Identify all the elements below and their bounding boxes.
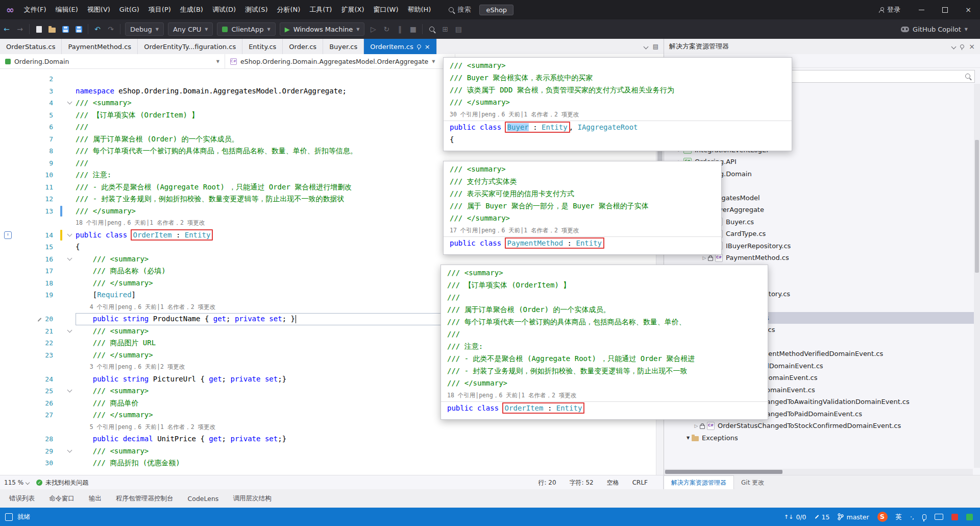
fold-chevron-icon[interactable] — [67, 447, 72, 452]
breadcrumb-symbol-dropdown[interactable]: C# eShop.Ordering.Domain.AggregatesModel… — [225, 54, 455, 68]
tree-item-exceptions[interactable]: ▼Exceptions — [664, 432, 974, 444]
start-without-debugging-icon[interactable]: ▷ — [366, 22, 380, 36]
menu-item-v[interactable]: 视图(V) — [83, 3, 115, 17]
keyboard-icon[interactable] — [935, 514, 943, 520]
window-menu-icon[interactable] — [951, 44, 957, 49]
tab-entity-cs[interactable]: Entity.cs — [242, 39, 283, 54]
menu-item-s[interactable]: 测试(S) — [240, 3, 272, 17]
save-all-icon[interactable] — [72, 22, 85, 36]
bottom-tab--[interactable]: 程序包管理器控制台 — [110, 492, 180, 506]
tool-tab-git-[interactable]: Git 更改 — [734, 475, 771, 490]
microphone-icon[interactable] — [922, 514, 926, 520]
tab-paymentmethod-cs[interactable]: PaymentMethod.cs — [62, 39, 138, 54]
line-ending-indicator[interactable]: CRLF — [632, 479, 648, 486]
bottom-tab--[interactable]: 命令窗口 — [43, 492, 81, 506]
bottom-tab--[interactable]: 输出 — [83, 492, 108, 506]
git-branch-indicator[interactable]: master — [838, 513, 869, 521]
codelens-row[interactable]: 5 个引用|peng，6 天前|1 名作者，2 项更改 — [0, 421, 664, 434]
break-all-icon[interactable]: ‖ — [393, 22, 406, 36]
search-scope-chip[interactable]: eShop — [479, 5, 513, 15]
line-indicator[interactable]: 行: 20 — [538, 479, 556, 487]
solution-platform-dropdown[interactable]: Any CPU▼ — [168, 22, 213, 36]
inherited-members-icon[interactable]: ↑ — [4, 231, 12, 239]
menu-item-p[interactable]: 项目(P) — [144, 3, 176, 17]
tab-orderitem-cs[interactable]: OrderItem.cs× — [364, 39, 437, 54]
pending-edits-indicator[interactable]: 15 — [815, 513, 830, 521]
close-panel-icon[interactable]: × — [969, 42, 975, 51]
navigate-forward-icon[interactable]: → — [13, 22, 27, 36]
column-indicator[interactable]: 字符: 52 — [570, 479, 594, 487]
fold-chevron-icon[interactable] — [67, 327, 72, 332]
expanded-chevron-icon[interactable]: ▼ — [684, 436, 692, 440]
menu-item-t[interactable]: 工具(T) — [305, 3, 336, 17]
fold-chevron-icon[interactable] — [67, 100, 72, 105]
window-layout-icon[interactable]: ▤ — [653, 43, 658, 50]
tab-orderentityty-figuration-cs[interactable]: OrderEntityTy...figuration.cs — [138, 39, 242, 54]
pin-icon[interactable] — [960, 44, 964, 49]
menu-item-h[interactable]: 帮助(H) — [403, 3, 436, 17]
bottom-tab--[interactable]: 调用层次结构 — [227, 492, 277, 506]
github-copilot-button[interactable]: GitHub Copilot ▼ — [901, 26, 968, 33]
fold-chevron-icon[interactable] — [67, 231, 72, 236]
code-line-16[interactable]: 16 /// <summary> — [0, 253, 664, 266]
tab-buyer-cs[interactable]: Buyer.cs — [323, 39, 364, 54]
tab-orderstatus-cs[interactable]: OrderStatus.cs — [0, 39, 62, 54]
spaces-indicator[interactable]: 空格 — [607, 479, 619, 487]
stop-debug-icon[interactable]: ■ — [406, 22, 420, 36]
codelens-row[interactable]: 30 个引用|peng，6 天前|1 名作者，2 项更改 — [444, 108, 792, 121]
start-debugging-button[interactable]: ▶ Windows Machine▼ — [280, 22, 365, 36]
collapsed-chevron-icon[interactable]: ▷ — [701, 255, 708, 260]
fold-chevron-icon[interactable] — [67, 388, 72, 393]
solution-vertical-scrollbar[interactable] — [974, 84, 980, 468]
navigate-back-icon[interactable]: ← — [0, 22, 13, 36]
health-indicator[interactable]: ✓ 未找到相关问题 — [36, 479, 88, 487]
new-file-icon[interactable] — [32, 22, 45, 36]
undo-icon[interactable]: ↶ — [91, 22, 104, 36]
hot-reload-icon[interactable]: ↻ — [380, 22, 393, 36]
bottom-tab--[interactable]: 错误列表 — [3, 492, 41, 506]
ime-language-indicator[interactable]: 英 — [896, 513, 902, 521]
collapsed-chevron-icon[interactable]: ▷ — [693, 423, 700, 428]
menu-item-n[interactable]: 分析(N) — [272, 3, 305, 17]
menu-item-x[interactable]: 扩展(X) — [336, 3, 369, 17]
solution-configuration-dropdown[interactable]: Debug▼ — [125, 22, 164, 36]
tab-order-cs[interactable]: Order.cs — [283, 39, 323, 54]
scrollbar-thumb[interactable] — [975, 140, 979, 273]
redo-icon[interactable]: ↷ — [104, 22, 117, 36]
menu-item-gitg[interactable]: Git(G) — [115, 3, 144, 17]
bottom-tab-codelens[interactable]: CodeLens — [182, 492, 225, 505]
search-box[interactable]: 搜索 eShop — [449, 5, 513, 15]
menu-item-b[interactable]: 生成(B) — [176, 3, 208, 17]
tab-overflow-icon[interactable] — [643, 44, 648, 49]
menu-item-w[interactable]: 窗口(W) — [369, 3, 403, 17]
sign-in-button[interactable]: 登录 — [879, 5, 900, 14]
git-sync-indicator[interactable]: ↑↓ 0/0 — [784, 513, 806, 521]
scrollbar-thumb[interactable] — [665, 470, 782, 474]
code-line-28[interactable]: 28 public decimal UnitPrice { get; priva… — [0, 433, 664, 445]
feedback-icon[interactable] — [5, 513, 13, 521]
code-line-30[interactable]: 30 /// 商品折扣 (优惠金额) — [0, 457, 664, 469]
menu-item-d[interactable]: 调试(D) — [208, 3, 240, 17]
find-in-files-icon[interactable] — [425, 22, 438, 36]
close-button[interactable]: × — [957, 0, 980, 19]
code-line-29[interactable]: 29 /// <summary> — [0, 445, 664, 458]
maximize-button[interactable] — [933, 0, 957, 19]
sogou-input-icon[interactable]: S — [877, 512, 888, 522]
ime-punctuation-indicator[interactable]: ·, — [910, 513, 914, 521]
bookmark-icon[interactable]: ⊞ — [438, 22, 452, 36]
sogou-toolbox-icon[interactable] — [951, 514, 958, 520]
tree-item-orderstatuschangedtostockconfirmeddomainevent-cs[interactable]: ▷C#OrderStatusChangedToStockConfirmedDom… — [664, 420, 974, 432]
codelens-row[interactable]: 18 个引用|peng，6 天前|1 名作者，2 项更改 — [441, 389, 768, 402]
sogou-wubi-icon[interactable] — [966, 514, 973, 520]
minimize-button[interactable] — [910, 0, 933, 19]
close-tab-icon[interactable]: × — [425, 43, 430, 51]
solution-horizontal-scrollbar[interactable] — [664, 469, 973, 475]
fold-chevron-icon[interactable] — [67, 255, 72, 260]
comment-icon[interactable]: ▤ — [452, 22, 465, 36]
menu-item-f[interactable]: 文件(F) — [19, 3, 51, 17]
zoom-dropdown[interactable]: 115 % — [4, 479, 29, 486]
startup-project-dropdown[interactable]: ClientApp▼ — [217, 22, 275, 36]
menu-item-e[interactable]: 编辑(E) — [51, 3, 82, 17]
tool-tab--[interactable]: 解决方案资源管理器 — [664, 475, 734, 490]
open-file-icon[interactable] — [45, 22, 59, 36]
